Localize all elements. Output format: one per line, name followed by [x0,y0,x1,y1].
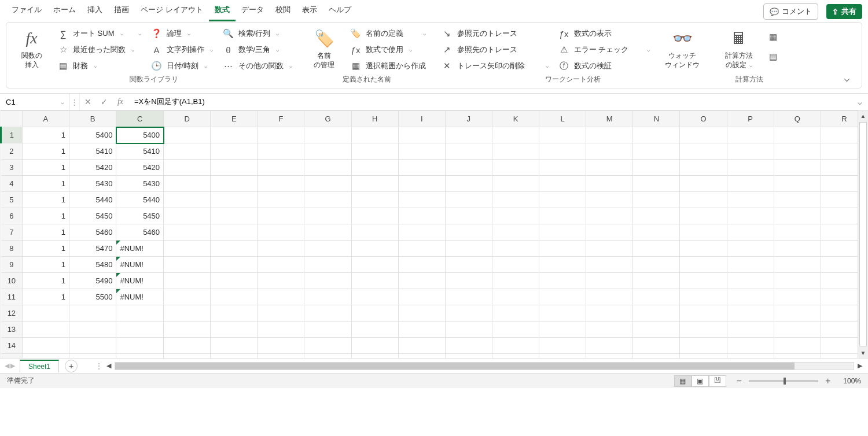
cell-G13[interactable] [304,322,351,338]
cancel-formula-button[interactable]: ✕ [80,94,96,110]
cell-M9[interactable] [586,257,633,273]
name-box[interactable]: ⌵ [0,94,69,110]
text-functions-button[interactable]: A文字列操作⌵ [152,45,213,55]
calc-now-button[interactable]: ▦ [768,32,778,42]
cell-N10[interactable] [633,273,680,289]
cell-Q9[interactable] [774,257,821,273]
split-grip-icon[interactable]: ⋮ [95,361,103,371]
cell-G5[interactable] [304,192,351,208]
cell-M6[interactable] [586,208,633,224]
cell-D7[interactable] [164,224,211,241]
cell-B9[interactable]: 5480 [69,257,116,273]
cell-P13[interactable] [727,322,774,338]
cell-E4[interactable] [211,176,258,192]
cell-H3[interactable] [351,160,398,176]
cell-G12[interactable] [304,305,351,322]
cell-F11[interactable] [258,289,304,305]
column-header-A[interactable]: A [22,111,69,127]
cell-I11[interactable] [398,289,445,305]
zoom-out-button[interactable]: − [734,376,744,386]
cell-A9[interactable]: 1 [22,257,69,273]
cell-J10[interactable] [445,273,492,289]
cell-P3[interactable] [727,160,774,176]
cell-L2[interactable] [539,143,586,160]
cell-D2[interactable] [164,143,211,160]
menu-tab-数式[interactable]: 数式 [209,2,236,21]
menu-tab-ページ レイアウト[interactable]: ページ レイアウト [135,2,209,21]
cell-H9[interactable] [351,257,398,273]
name-box-input[interactable] [6,98,52,106]
cell-H1[interactable] [351,127,398,143]
vertical-scrollbar[interactable]: ▲ ▼ [858,110,868,358]
trace-dependents-button[interactable]: ↗参照先のトレース [442,45,549,55]
cell-F4[interactable] [258,176,304,192]
cell-C11[interactable]: #NUM! [116,289,164,305]
autosum-button[interactable]: ∑オート SUM⌵⌵ [58,28,141,39]
cell-P10[interactable] [727,273,774,289]
column-header-L[interactable]: L [539,111,586,127]
column-header-P[interactable]: P [727,111,774,127]
sheet-nav[interactable]: ◀▶ [0,362,20,370]
cell-A2[interactable]: 1 [22,143,69,160]
row-header-10[interactable]: 10 [1,273,23,289]
cell-B7[interactable]: 5460 [69,224,116,241]
cell-N7[interactable] [633,224,680,241]
cell-C8[interactable]: #NUM! [116,241,164,257]
cell-F3[interactable] [258,160,304,176]
name-manager-button[interactable]: 🏷️ 名前 の管理 [308,28,340,69]
cell-G14[interactable] [304,338,351,354]
cell-E2[interactable] [211,143,258,160]
cell-G15[interactable] [304,354,351,359]
cell-N5[interactable] [633,192,680,208]
cell-B3[interactable]: 5420 [69,160,116,176]
cell-D10[interactable] [164,273,211,289]
cell-J11[interactable] [445,289,492,305]
use-in-formula-button[interactable]: ƒx数式で使用⌵ [351,45,426,55]
cell-N8[interactable] [633,241,680,257]
cell-N12[interactable] [633,305,680,322]
cell-G8[interactable] [304,241,351,257]
page-break-view-button[interactable]: 凹 [709,375,726,387]
cell-K10[interactable] [492,273,539,289]
cell-J14[interactable] [445,338,492,354]
cell-M11[interactable] [586,289,633,305]
cell-D5[interactable] [164,192,211,208]
cell-Q12[interactable] [774,305,821,322]
cell-C1[interactable]: 5400 [116,127,164,143]
cell-P8[interactable] [727,241,774,257]
cell-I10[interactable] [398,273,445,289]
column-header-F[interactable]: F [258,111,304,127]
add-sheet-button[interactable]: + [65,360,78,372]
cell-I1[interactable] [398,127,445,143]
fx-button[interactable]: fx [112,94,128,110]
column-header-M[interactable]: M [586,111,633,127]
calc-sheet-button[interactable]: ▤ [768,51,778,62]
cell-P7[interactable] [727,224,774,241]
cell-J9[interactable] [445,257,492,273]
cell-C10[interactable]: #NUM! [116,273,164,289]
cell-E12[interactable] [211,305,258,322]
cell-B1[interactable]: 5400 [69,127,116,143]
create-from-selection-button[interactable]: ▦選択範囲から作成 [351,61,426,71]
sheet-prev-icon[interactable]: ◀ [5,362,9,370]
cell-F7[interactable] [258,224,304,241]
column-header-N[interactable]: N [633,111,680,127]
sheet-next-icon[interactable]: ▶ [10,362,15,370]
cell-O9[interactable] [680,257,727,273]
cell-E10[interactable] [211,273,258,289]
cell-J2[interactable] [445,143,492,160]
cell-K1[interactable] [492,127,539,143]
cell-A1[interactable]: 1 [22,127,69,143]
column-header-Q[interactable]: Q [774,111,821,127]
cell-J8[interactable] [445,241,492,257]
cell-E8[interactable] [211,241,258,257]
cell-I3[interactable] [398,160,445,176]
cell-H6[interactable] [351,208,398,224]
cell-J3[interactable] [445,160,492,176]
cell-F8[interactable] [258,241,304,257]
cell-A14[interactable] [22,338,69,354]
cell-O4[interactable] [680,176,727,192]
cell-J7[interactable] [445,224,492,241]
scrollbar-thumb[interactable] [859,122,867,346]
column-header-O[interactable]: O [680,111,727,127]
